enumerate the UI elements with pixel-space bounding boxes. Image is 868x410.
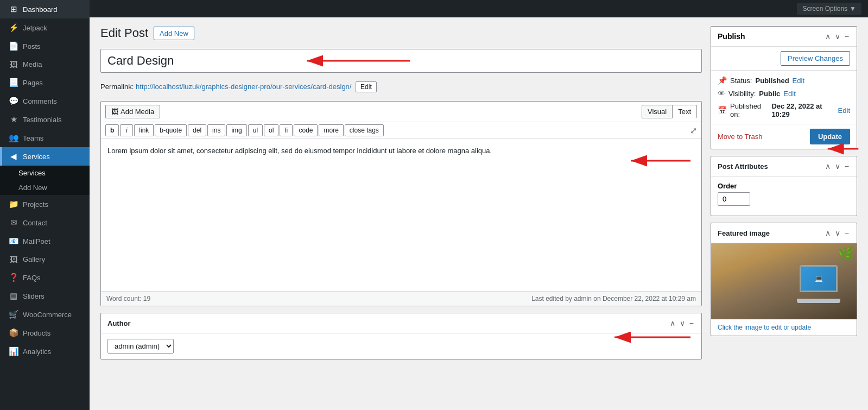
- featured-image-caption[interactable]: Click the image to edit or update: [711, 319, 857, 336]
- fmt-bquote[interactable]: b-quote: [155, 124, 187, 136]
- sidebar-item-label: Gallery: [23, 255, 45, 263]
- sidebar-item-posts[interactable]: 📄 Posts: [0, 37, 90, 55]
- published-edit-link[interactable]: Edit: [838, 106, 850, 115]
- fmt-del[interactable]: del: [188, 124, 206, 136]
- sidebar-item-gallery[interactable]: 🖼 Gallery: [0, 250, 90, 268]
- sidebar-item-label: Sliders: [23, 292, 45, 300]
- publish-up[interactable]: ∧: [824, 31, 832, 42]
- add-new-button[interactable]: Add New: [154, 27, 194, 40]
- editor-text: Lorem ipsum dolor sit amet, consectetur …: [107, 147, 492, 155]
- analytics-icon: 📊: [9, 346, 18, 356]
- post-attributes-header[interactable]: Post Attributes ∧ ∨ −: [711, 156, 857, 176]
- permalink-edit-button[interactable]: Edit: [356, 81, 377, 92]
- publish-footer: Move to Trash Update: [711, 124, 857, 149]
- add-media-button[interactable]: 🖼 Add Media: [105, 105, 160, 118]
- sidebar-item-projects[interactable]: 📁 Projects: [0, 195, 90, 213]
- sidebar-item-label: Pages: [23, 79, 43, 87]
- fmt-link[interactable]: link: [134, 124, 154, 136]
- visibility-edit-link[interactable]: Edit: [783, 90, 795, 98]
- sidebar-item-testimonials[interactable]: ★ Testimonials: [0, 110, 90, 129]
- status-edit-link[interactable]: Edit: [793, 77, 804, 85]
- author-box-header[interactable]: Author ∧ ∨ −: [101, 313, 701, 333]
- mailpoet-icon: 📧: [9, 236, 18, 246]
- preview-changes-button[interactable]: Preview Changes: [781, 51, 850, 66]
- products-icon: 📦: [9, 328, 18, 338]
- sidebar-item-media[interactable]: 🖼 Media: [0, 55, 90, 73]
- sidebar-item-dashboard[interactable]: ⊞ Dashboard: [0, 0, 90, 18]
- format-toolbar: b i link b-quote del ins img ul ol li co…: [101, 122, 701, 139]
- author-collapse-up[interactable]: ∧: [669, 318, 676, 329]
- attributes-up[interactable]: ∧: [824, 161, 832, 172]
- author-select[interactable]: admin (admin): [107, 339, 174, 354]
- post-title-container: [100, 49, 702, 73]
- post-title-input[interactable]: [100, 49, 702, 73]
- publish-down[interactable]: ∨: [834, 31, 841, 42]
- sidebar-item-products[interactable]: 📦 Products: [0, 324, 90, 342]
- publish-visibility-row: 👁 Visibility: Public Edit: [718, 89, 850, 98]
- sidebar-item-analytics[interactable]: 📊 Analytics: [0, 342, 90, 361]
- featured-image-minimize[interactable]: −: [844, 228, 850, 238]
- fmt-li[interactable]: li: [280, 124, 293, 136]
- sliders-icon: ▤: [9, 291, 18, 301]
- publish-minimize[interactable]: −: [844, 31, 850, 42]
- faqs-icon: ❓: [9, 273, 18, 282]
- sidebar-item-comments[interactable]: 💬 Comments: [0, 92, 90, 110]
- page-title: Edit Post: [100, 26, 148, 40]
- move-to-trash-link[interactable]: Move to Trash: [718, 133, 762, 141]
- fmt-close-tags[interactable]: close tags: [345, 124, 384, 136]
- featured-image-down[interactable]: ∨: [834, 228, 841, 238]
- fmt-img[interactable]: img: [226, 124, 246, 136]
- pages-icon: 📃: [9, 78, 18, 87]
- editor-content[interactable]: Lorem ipsum dolor sit amet, consectetur …: [101, 139, 701, 291]
- published-label: Published on:: [730, 102, 768, 118]
- order-label: Order: [718, 182, 850, 190]
- visibility-value: Public: [759, 90, 780, 98]
- page-header: Edit Post Add New: [100, 26, 702, 40]
- fmt-ol[interactable]: ol: [264, 124, 278, 136]
- status-label: Status:: [730, 77, 752, 85]
- sidebar-item-sliders[interactable]: ▤ Sliders: [0, 287, 90, 305]
- sidebar-item-services[interactable]: ◀ Services: [0, 147, 90, 166]
- sidebar-item-jetpack[interactable]: ⚡ Jetpack: [0, 18, 90, 37]
- featured-image-header[interactable]: Featured image ∧ ∨ −: [711, 223, 857, 243]
- visual-tab[interactable]: Visual: [642, 105, 673, 118]
- order-input[interactable]: [718, 192, 750, 206]
- permalink-url[interactable]: http://localhost/luzuk/graphics-designer…: [136, 83, 351, 91]
- fmt-ins[interactable]: ins: [207, 124, 225, 136]
- fmt-bold[interactable]: b: [105, 124, 119, 136]
- text-tab[interactable]: Text: [673, 105, 697, 118]
- sidebar-item-faqs[interactable]: ❓ FAQs: [0, 268, 90, 287]
- sidebar-item-teams[interactable]: 👥 Teams: [0, 129, 90, 147]
- screen-options-button[interactable]: Screen Options ▼: [797, 3, 861, 15]
- post-attributes-title: Post Attributes: [718, 162, 768, 171]
- sidebar-submenu-add-new[interactable]: Add New: [0, 180, 90, 195]
- sidebar-item-woocommerce[interactable]: 🛒 WooCommerce: [0, 305, 90, 324]
- fmt-code[interactable]: code: [294, 124, 318, 136]
- sidebar-submenu-services[interactable]: Services: [0, 166, 90, 180]
- sidebar-item-contact[interactable]: ✉ Contact: [0, 213, 90, 232]
- fmt-more[interactable]: more: [319, 124, 343, 136]
- fmt-ul[interactable]: ul: [248, 124, 263, 136]
- update-button[interactable]: Update: [810, 129, 850, 144]
- fullscreen-button[interactable]: ⤢: [690, 125, 697, 136]
- featured-image-up[interactable]: ∧: [824, 228, 832, 238]
- right-column: Publish ∧ ∨ − Preview Changes 📌 Status: …: [711, 26, 857, 401]
- fmt-italic[interactable]: i: [120, 124, 133, 136]
- author-collapse-down[interactable]: ∨: [679, 318, 686, 329]
- attributes-down[interactable]: ∨: [834, 161, 841, 172]
- attributes-minimize[interactable]: −: [844, 161, 850, 172]
- publish-meta: 📌 Status: Published Edit 👁 Visibility: P…: [711, 71, 857, 124]
- featured-image-controls: ∧ ∨ −: [824, 228, 850, 238]
- left-column: Edit Post Add New Permalink:: [100, 26, 702, 401]
- page-content: Edit Post Add New Permalink:: [90, 17, 868, 410]
- sidebar: ⊞ Dashboard ⚡ Jetpack 📄 Posts 🖼 Media 📃 …: [0, 0, 90, 410]
- sidebar-item-mailpoet[interactable]: 📧 MailPoet: [0, 232, 90, 250]
- author-box-title: Author: [107, 319, 131, 327]
- sidebar-item-label: Projects: [23, 200, 48, 209]
- publish-controls: ∧ ∨ −: [824, 31, 850, 42]
- sidebar-item-pages[interactable]: 📃 Pages: [0, 73, 90, 92]
- author-minimize[interactable]: −: [688, 318, 695, 329]
- services-submenu: Services Add New: [0, 166, 90, 195]
- word-count: Word count: 19: [106, 295, 150, 302]
- featured-image-preview[interactable]: 💻 🌿: [711, 243, 857, 319]
